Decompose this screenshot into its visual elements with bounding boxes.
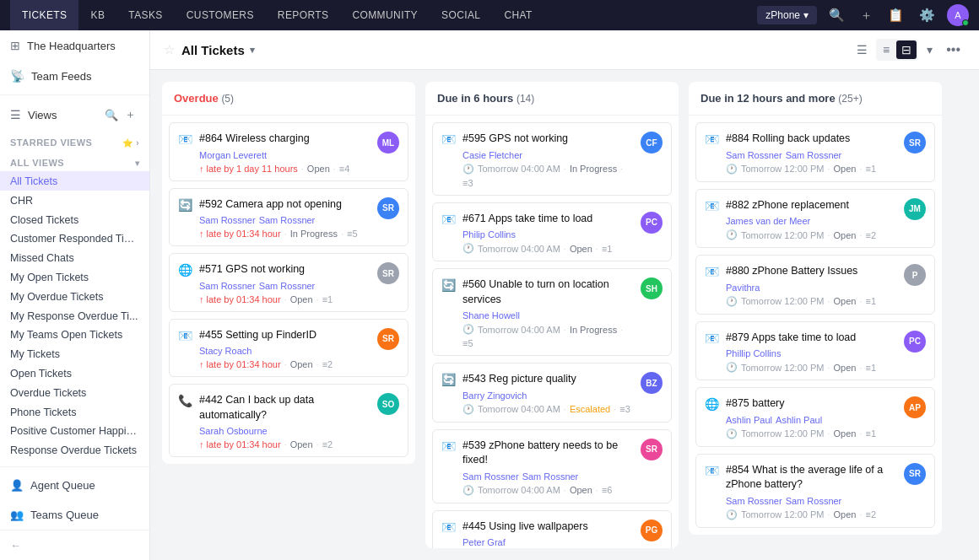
starred-chevron[interactable]: ⭐ ›	[122, 138, 139, 148]
ticket-879-icon: 📧	[705, 331, 719, 345]
sidebar-item-response-overdue[interactable]: Response Overdue Tickets	[0, 440, 149, 460]
search-button[interactable]: 🔍	[825, 4, 848, 26]
ticket-571-assignee1[interactable]: Sam Rossner	[199, 281, 256, 291]
sidebar-item-positive-customer[interactable]: Positive Customer Happin...	[0, 421, 149, 440]
ticket-864-assignee[interactable]: Morgan Leverett	[199, 150, 267, 160]
add-button[interactable]: ＋	[857, 4, 876, 27]
nav-tab-chat[interactable]: CHAT	[492, 0, 544, 30]
ticket-882-assignee[interactable]: James van der Meer	[726, 216, 810, 226]
ticket-884-assignee2[interactable]: Sam Rossner	[786, 150, 842, 160]
overdue-title: Overdue	[174, 92, 219, 105]
ticket-560[interactable]: 🔄 #560 Unable to turn on location servic…	[432, 268, 672, 356]
ticket-455-status: Open	[290, 359, 313, 369]
ticket-539[interactable]: 📧 #539 zPhone battery needs to be fixed!…	[432, 429, 672, 503]
teams-queue-label: Teams Queue	[30, 509, 99, 521]
ticket-539-assignee1[interactable]: Sam Rossner	[462, 471, 519, 482]
ticket-560-icon: 🔄	[441, 278, 456, 292]
ticket-571-status: Open	[290, 294, 313, 304]
sidebar-item-my-open-tickets[interactable]: My Open Tickets	[0, 267, 149, 287]
ticket-671-status: Open	[570, 244, 592, 254]
ticket-592-assignee2[interactable]: Sam Rossner	[259, 215, 316, 225]
more-options-button[interactable]: •••	[941, 40, 965, 59]
ticket-880[interactable]: 📧 #880 zPhone Battery Issues Pavithra 🕐 …	[695, 255, 935, 315]
sidebar-item-all-tickets[interactable]: All Tickets	[0, 171, 149, 191]
ticket-879[interactable]: 📧 #879 Apps take time to load Phillip Co…	[695, 321, 935, 381]
list-view-button[interactable]: ☰	[853, 40, 871, 60]
all-views-chevron[interactable]: ▾	[135, 159, 140, 168]
ticket-884-assignee1[interactable]: Sam Rossner	[726, 150, 782, 160]
ticket-880-assignee[interactable]: Pavithra	[726, 283, 760, 293]
add-view-button[interactable]: ＋	[122, 105, 139, 124]
zphone-button[interactable]: zPhone ▾	[757, 6, 817, 24]
ticket-592-assignee1[interactable]: Sam Rossner	[199, 215, 256, 225]
ticket-539-assignee2[interactable]: Sam Rossner	[522, 471, 579, 482]
ticket-543[interactable]: 🔄 #543 Reg picture quality Barry Zingovi…	[432, 363, 672, 423]
sidebar-teams-queue[interactable]: 👥 Teams Queue	[0, 500, 149, 530]
nav-tab-tasks[interactable]: TASKS	[116, 0, 174, 30]
ticket-671[interactable]: 📧 #671 Apps take time to load Philip Col…	[432, 202, 672, 262]
search-views-button[interactable]: 🔍	[101, 107, 122, 123]
ticket-875-assignee1[interactable]: Ashlin Paul	[726, 415, 772, 425]
ticket-445[interactable]: 📧 #445 Using live wallpapers Peter Graf …	[432, 510, 672, 549]
ticket-571-assignee2[interactable]: Sam Rossner	[259, 281, 316, 291]
sidebar-item-closed-tickets[interactable]: Closed Tickets	[0, 210, 149, 229]
ticket-455-late: ↑ late by 01:34 hour	[199, 359, 281, 369]
sidebar-item-overdue-tickets[interactable]: Overdue Tickets	[0, 383, 149, 402]
ticket-592[interactable]: 🔄 #592 Camera app not opening Sam Rossne…	[169, 188, 408, 247]
ticket-442-title: #442 Can I back up data automatically?	[199, 393, 371, 423]
nav-tab-customers[interactable]: CUSTOMERS	[175, 0, 266, 30]
ticket-571[interactable]: 🌐 #571 GPS not working Sam Rossner Sam R…	[169, 253, 408, 312]
ticket-595-title: #595 GPS not working	[462, 132, 634, 147]
nav-tab-reports[interactable]: REPORTS	[266, 0, 341, 30]
ticket-879-assignee[interactable]: Phillip Collins	[726, 348, 781, 358]
ticket-884[interactable]: 📧 #884 Rolling back updates Sam Rossner …	[695, 122, 935, 182]
ticket-882[interactable]: 📧 #882 zPhone replacement James van der …	[695, 189, 935, 249]
sidebar-team-feeds[interactable]: 📡 Team Feeds	[0, 61, 149, 91]
compose-button[interactable]: 📋	[884, 4, 907, 26]
sidebar-collapse-button[interactable]: ←	[0, 530, 149, 560]
ticket-854[interactable]: 📧 #854 What is the average life of a zPh…	[695, 454, 935, 528]
ticket-884-count: ≡1	[865, 164, 876, 174]
ticket-455-assignee[interactable]: Stacy Roach	[199, 346, 252, 356]
sidebar-item-open-tickets[interactable]: Open Tickets	[0, 363, 149, 383]
sidebar-item-customer-responded[interactable]: Customer Responded Tick...	[0, 229, 149, 248]
sidebar-headquarters[interactable]: ⊞ The Headquarters	[0, 30, 149, 61]
ticket-560-assignee[interactable]: Shane Howell	[462, 310, 520, 320]
ticket-445-icon: 📧	[441, 520, 456, 534]
ticket-875-icon: 🌐	[705, 397, 719, 411]
ticket-455[interactable]: 📧 #455 Setting up FinderID Stacy Roach ↑…	[169, 319, 408, 378]
avatar[interactable]: A	[947, 4, 969, 26]
all-views-label: ALL VIEWS ▾	[0, 151, 149, 171]
nav-tab-community[interactable]: COMMUNITY	[340, 0, 430, 30]
all-tickets-dropdown[interactable]: All Tickets ▾	[181, 43, 255, 57]
sidebar-item-missed-chats[interactable]: Missed Chats	[0, 248, 149, 267]
ticket-595[interactable]: 📧 #595 GPS not working Casie Fletcher 🕐 …	[432, 122, 672, 196]
settings-button[interactable]: ⚙️	[916, 4, 938, 26]
nav-tab-tickets[interactable]: TICKETS	[10, 0, 78, 30]
ticket-442[interactable]: 📞 #442 Can I back up data automatically?…	[169, 384, 408, 457]
sidebar-item-my-tickets[interactable]: My Tickets	[0, 344, 149, 363]
view-options-button[interactable]: ▾	[923, 40, 936, 60]
ticket-671-assignee[interactable]: Philip Collins	[462, 229, 516, 240]
ticket-445-assignee[interactable]: Peter Graf	[462, 537, 506, 547]
star-button[interactable]: ☆	[164, 42, 175, 57]
sidebar-item-phone-tickets[interactable]: Phone Tickets	[0, 402, 149, 422]
ticket-864[interactable]: 📧 #864 Wireless charging Morgan Leverett…	[169, 122, 408, 181]
ticket-854-assignee2[interactable]: Sam Rossner	[786, 496, 842, 506]
ticket-442-assignee[interactable]: Sarah Osbourne	[199, 426, 268, 436]
table-view-button[interactable]: ≡	[878, 40, 895, 59]
kanban-view-button[interactable]: ⊟	[896, 40, 917, 59]
ticket-543-assignee[interactable]: Barry Zingovich	[462, 390, 527, 401]
ticket-882-status: Open	[834, 230, 857, 240]
sidebar-item-my-overdue-tickets[interactable]: My Overdue Tickets	[0, 287, 149, 306]
ticket-854-assignee1[interactable]: Sam Rossner	[726, 496, 782, 506]
sidebar-item-my-response-overdue[interactable]: My Response Overdue Ti...	[0, 306, 149, 326]
sidebar-item-my-teams-open[interactable]: My Teams Open Tickets	[0, 325, 149, 344]
ticket-875[interactable]: 🌐 #875 battery Ashlin Paul Ashlin Paul 🕐…	[695, 387, 935, 447]
nav-tab-social[interactable]: SOCIAL	[430, 0, 492, 30]
sidebar-item-chr[interactable]: CHR	[0, 191, 149, 210]
nav-tab-kb[interactable]: KB	[78, 0, 116, 30]
ticket-875-assignee2[interactable]: Ashlin Paul	[776, 415, 822, 425]
ticket-595-assignee[interactable]: Casie Fletcher	[462, 150, 522, 160]
sidebar-agent-queue[interactable]: 👤 Agent Queue	[0, 471, 149, 500]
